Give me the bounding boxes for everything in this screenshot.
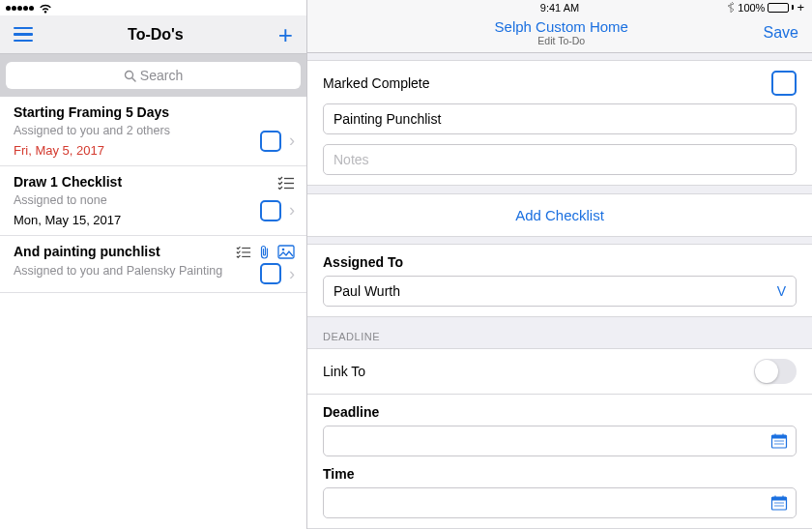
- todo-item[interactable]: And painting punchlist Assigned to you a…: [0, 236, 306, 293]
- assigned-to-select[interactable]: Paul Wurth V: [323, 276, 797, 307]
- header-title: Selph Custom Home: [360, 18, 764, 35]
- todo-item-date: Fri, May 5, 2017: [14, 143, 260, 158]
- todo-item[interactable]: Starting Framing 5 Days Assigned to you …: [0, 97, 306, 166]
- search-icon: [124, 70, 136, 82]
- checklist-icon: [236, 246, 251, 261]
- attachment-icon: [259, 245, 270, 263]
- link-to-row: Link To: [307, 348, 812, 395]
- battery-icon: [768, 3, 789, 13]
- todo-list[interactable]: Starting Framing 5 Days Assigned to you …: [0, 97, 306, 529]
- image-icon: [277, 245, 295, 262]
- status-bar-right: 9:41 AM 100% +: [307, 0, 812, 15]
- search-placeholder: Search: [140, 68, 183, 83]
- status-time: 9:41 AM: [540, 2, 579, 14]
- link-to-toggle[interactable]: [754, 359, 797, 384]
- deadline-section: Deadline Time: [307, 395, 812, 529]
- link-to-label: Link To: [323, 364, 365, 379]
- todo-item-assigned: Assigned to none: [14, 193, 260, 207]
- chevron-right-icon: ›: [289, 264, 295, 284]
- todo-item-assigned: Assigned to you and 2 others: [14, 124, 260, 137]
- battery-percent: 100%: [738, 2, 765, 14]
- todo-list-pane: To-Do's + Search Starting Framing 5 Days…: [0, 0, 307, 529]
- deadline-input[interactable]: [323, 426, 797, 456]
- todo-item-title: Draw 1 Checklist: [14, 174, 122, 190]
- svg-line-1: [131, 77, 135, 81]
- deadline-group-header: DEADLINE: [307, 317, 812, 348]
- battery-indicator: 100% +: [727, 0, 804, 15]
- todo-checkbox[interactable]: [260, 131, 281, 152]
- svg-rect-11: [772, 435, 787, 439]
- notes-input[interactable]: Notes: [323, 144, 797, 175]
- svg-rect-8: [278, 246, 294, 258]
- svg-point-9: [282, 249, 285, 251]
- svg-rect-17: [772, 497, 787, 501]
- page-title: To-Do's: [128, 26, 184, 44]
- detail-header: Selph Custom Home Edit To-Do Save: [307, 15, 812, 53]
- chevron-right-icon: ›: [289, 131, 295, 151]
- assigned-to-value: Paul Wurth: [334, 283, 400, 299]
- header-subtitle: Edit To-Do: [360, 35, 764, 46]
- marked-complete-checkbox[interactable]: [771, 71, 797, 96]
- todo-checkbox[interactable]: [260, 200, 281, 221]
- save-button[interactable]: Save: [764, 24, 798, 42]
- assigned-to-section: Assigned To Paul Wurth V: [307, 244, 812, 317]
- left-header: To-Do's +: [0, 15, 306, 54]
- marked-complete-section: Marked Complete Notes: [307, 60, 812, 186]
- bluetooth-icon: [727, 2, 735, 14]
- time-input[interactable]: [323, 487, 797, 518]
- calendar-icon: [770, 432, 788, 450]
- add-todo-button[interactable]: +: [278, 22, 293, 47]
- chevron-down-icon: V: [777, 283, 786, 299]
- deadline-label: Deadline: [323, 404, 797, 420]
- calendar-icon: [770, 494, 788, 512]
- search-input[interactable]: Search: [6, 62, 301, 89]
- wifi-icon: [39, 2, 52, 14]
- search-bar-wrap: Search: [0, 54, 306, 97]
- todo-item-title: And painting punchlist: [14, 244, 160, 259]
- signal-dots-icon: [6, 6, 34, 11]
- checklist-icon: [277, 176, 295, 192]
- todo-checkbox[interactable]: [260, 263, 281, 284]
- add-checklist-button[interactable]: Add Checklist: [307, 193, 812, 237]
- todo-item-title: Starting Framing 5 Days: [14, 104, 169, 120]
- todo-title-input[interactable]: [323, 103, 797, 134]
- todo-item-date: Mon, May 15, 2017: [14, 213, 260, 227]
- time-label: Time: [323, 466, 797, 482]
- status-bar-left: [0, 0, 306, 15]
- marked-complete-label: Marked Complete: [323, 75, 430, 91]
- chevron-right-icon: ›: [289, 200, 295, 220]
- assigned-to-label: Assigned To: [323, 254, 797, 270]
- todo-detail-pane: 9:41 AM 100% + Selph Custom Home Edit To…: [307, 0, 812, 529]
- todo-item-assigned: Assigned to you and Palensky Painting: [14, 264, 260, 278]
- todo-item[interactable]: Draw 1 Checklist Assigned to none Mon, M…: [0, 166, 306, 236]
- menu-icon[interactable]: [14, 27, 33, 43]
